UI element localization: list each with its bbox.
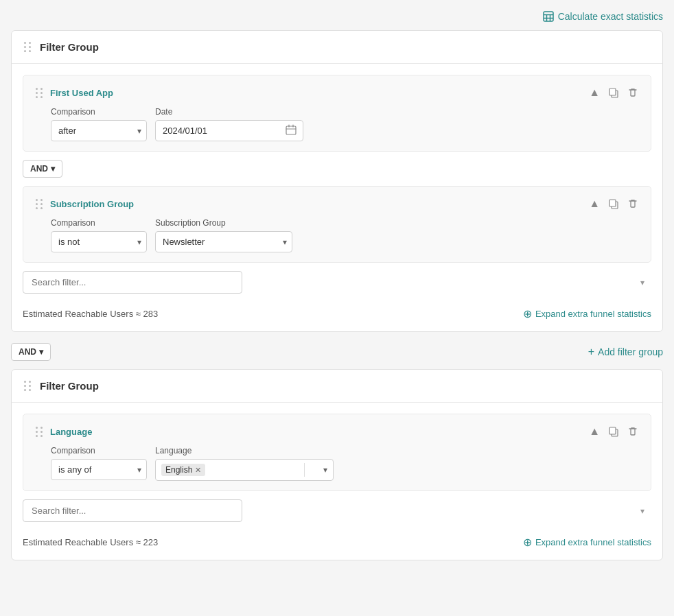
filter-row-1-drag-handle[interactable]: [34, 86, 45, 99]
estimated-users-2: Estimated Reachable Users ≈ 223: [23, 537, 158, 547]
search-filter-input-1[interactable]: [23, 271, 242, 294]
search-filter-wrapper-1: ▾: [23, 271, 651, 294]
language-tags-container: English ✕: [161, 464, 299, 476]
filter-row-language: Language ▲: [23, 414, 651, 491]
comparison-select-wrapper-2: is is not ▾: [51, 231, 147, 252]
filter-group-2-header: Filter Group: [12, 370, 662, 403]
comparison-select-wrapper-lang: is any of is not any of ▾: [51, 459, 147, 480]
filter-lang-fields: Comparison is any of is not any of ▾ Lan…: [51, 446, 640, 481]
and-connector-1: AND ▾: [23, 160, 651, 178]
filter-group-2: Filter Group Language ▲: [11, 369, 663, 560]
comparison-label-1: Comparison: [51, 107, 147, 117]
copy-filter-lang-button[interactable]: [607, 425, 620, 438]
svg-rect-11: [609, 427, 616, 434]
filter-group-1-footer: Estimated Reachable Users ≈ 283 ⊕ Expand…: [23, 302, 651, 320]
filter-row-lang-header: Language ▲: [34, 424, 640, 439]
comparison-select-1[interactable]: after before on: [51, 120, 147, 141]
language-label: Language: [155, 446, 334, 455]
filter-group-2-footer: Estimated Reachable Users ≈ 223 ⊕ Expand…: [23, 530, 651, 549]
filter-2-fields: Comparison is is not ▾ Subscription Grou…: [51, 218, 640, 252]
filter-group-2-title: Filter Group: [40, 380, 99, 392]
date-label: Date: [155, 107, 303, 117]
filter-group-1-title: Filter Group: [40, 41, 99, 53]
date-input-wrapper: [155, 120, 303, 141]
trash-icon: [627, 87, 638, 98]
comparison-field-group-lang: Comparison is any of is not any of ▾: [51, 446, 147, 480]
search-filter-input-2[interactable]: [23, 499, 242, 522]
comparison-label-2: Comparison: [51, 218, 147, 228]
between-groups-connector-label: AND: [19, 347, 36, 357]
comparison-field-group-2: Comparison is is not ▾: [51, 218, 147, 252]
filter-row-2-actions: ▲: [588, 196, 640, 211]
filter-group-2-drag-handle[interactable]: [23, 379, 33, 392]
trash-icon-2: [627, 198, 638, 209]
collapse-filter-1-button[interactable]: ▲: [588, 85, 601, 100]
date-input[interactable]: [155, 120, 303, 141]
filter-1-fields: Comparison after before on ▾ Date: [51, 107, 640, 141]
language-select-chevron[interactable]: ▾: [323, 465, 327, 475]
expand-stats-2-button[interactable]: ⊕ Expand extra funnel statistics: [523, 536, 651, 549]
filter-group-1-body: First Used App ▲: [12, 64, 662, 331]
expand-stats-1-button[interactable]: ⊕ Expand extra funnel statistics: [523, 307, 651, 320]
and-connector-1-label: AND: [30, 164, 48, 174]
trash-icon-lang: [627, 426, 638, 437]
svg-rect-6: [609, 88, 616, 95]
comparison-select-lang[interactable]: is any of is not any of: [51, 459, 147, 480]
english-tag: English ✕: [161, 464, 205, 476]
delete-filter-1-button[interactable]: [626, 86, 640, 99]
filter-row-first-used-app: First Used App ▲: [23, 75, 651, 152]
filter-label-first-used-app: First Used App: [50, 88, 113, 98]
calc-stats-label: Calculate exact statistics: [558, 11, 663, 22]
language-field-group: Language English ✕ ▾: [155, 446, 334, 481]
collapse-filter-lang-button[interactable]: ▲: [588, 424, 601, 439]
comparison-select-wrapper-1: after before on ▾: [51, 120, 147, 141]
add-filter-group-button[interactable]: + Add filter group: [588, 346, 663, 358]
filter-group-1-drag-handle[interactable]: [23, 40, 33, 54]
collapse-filter-2-button[interactable]: ▲: [588, 196, 601, 211]
expand-plus-icon-2: ⊕: [523, 536, 532, 549]
filter-row-2-header: Subscription Group ▲: [34, 196, 640, 211]
add-filter-group-label: Add filter group: [598, 346, 663, 357]
filter-row-2-drag-handle[interactable]: [34, 198, 45, 211]
filter-row-subscription-group: Subscription Group ▲: [23, 186, 651, 263]
calculate-stats-button[interactable]: Calculate exact statistics: [543, 11, 663, 22]
english-tag-label: English: [165, 465, 192, 475]
svg-rect-9: [609, 200, 616, 206]
between-groups-chevron: ▾: [39, 347, 43, 357]
filter-row-2-drag: Subscription Group: [34, 198, 134, 211]
and-connector-1-button[interactable]: AND ▾: [23, 160, 62, 178]
filter-group-2-body: Language ▲: [12, 403, 662, 560]
filter-label-subscription: Subscription Group: [50, 199, 134, 209]
tag-divider: [304, 463, 305, 477]
add-icon: +: [588, 346, 594, 358]
filter-group-1: Filter Group First Used App ▲: [11, 30, 663, 332]
subscription-group-select-wrapper: Newsletter Promotions Updates ▾: [155, 231, 292, 252]
calculator-icon: [543, 11, 554, 22]
delete-filter-lang-button[interactable]: [626, 425, 640, 438]
filter-row-1-drag: First Used App: [34, 86, 113, 99]
copy-icon-2: [608, 198, 619, 209]
date-field-group: Date: [155, 107, 303, 141]
expand-stats-2-label: Expand extra funnel statistics: [535, 537, 651, 547]
comparison-select-2[interactable]: is is not: [51, 231, 147, 252]
between-groups-left: AND ▾: [11, 343, 73, 361]
filter-row-lang-actions: ▲: [588, 424, 640, 439]
copy-filter-1-button[interactable]: [607, 86, 620, 99]
filter-row-lang-drag: Language: [34, 425, 92, 438]
filter-row-1-actions: ▲: [588, 85, 640, 100]
copy-filter-2-button[interactable]: [607, 197, 620, 211]
search-chevron-2: ▾: [640, 506, 644, 516]
subscription-group-field: Subscription Group Newsletter Promotions…: [155, 218, 292, 252]
estimated-users-1: Estimated Reachable Users ≈ 283: [23, 309, 158, 319]
search-chevron-1: ▾: [640, 278, 644, 287]
comparison-label-lang: Comparison: [51, 446, 147, 455]
delete-filter-2-button[interactable]: [626, 197, 640, 211]
between-groups-and-button[interactable]: AND ▾: [11, 343, 51, 361]
and-chevron-1: ▾: [51, 164, 55, 174]
filter-row-lang-drag-handle[interactable]: [34, 425, 45, 438]
english-tag-remove[interactable]: ✕: [195, 466, 201, 475]
top-bar: Calculate exact statistics: [11, 11, 663, 22]
subscription-group-select[interactable]: Newsletter Promotions Updates: [155, 231, 292, 252]
between-groups-row: AND ▾ + Add filter group: [11, 343, 663, 361]
language-tag-select[interactable]: English ✕ ▾: [155, 459, 334, 481]
